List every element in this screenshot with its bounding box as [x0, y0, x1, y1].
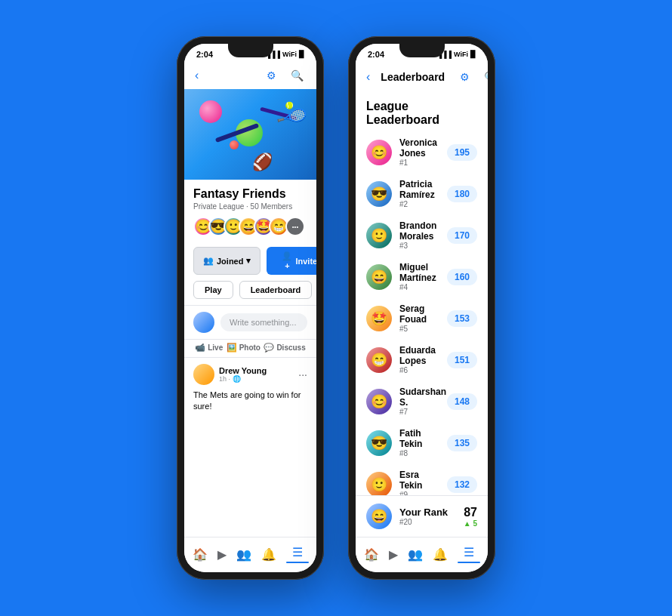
video-icon-2: ▶: [389, 547, 398, 562]
lb-name-4: Miguel Martínez: [399, 262, 439, 283]
invite-icon: 👤+: [282, 251, 292, 270]
lb-item-5: 🤩 Serag Fouad #5 153: [356, 297, 488, 339]
cover-decorations: 🎾 🏈: [184, 89, 316, 180]
lb-avatar-9: 🙂: [366, 472, 392, 496]
nav-menu-2[interactable]: ☰: [453, 544, 485, 565]
phone-2-notch: [399, 44, 445, 57]
video-icon: ▶: [217, 547, 227, 562]
lb-info-9: Esra Tekin #9: [399, 470, 439, 495]
your-rank-info: Your Rank #20: [399, 507, 456, 526]
lb-avatar-7: 😊: [366, 389, 392, 414]
joined-label: Joined: [217, 257, 243, 266]
battery-icon: ▉: [299, 51, 304, 58]
your-rank-score: 87 ▲ 5: [464, 506, 477, 528]
lb-rank-8: #8: [399, 449, 439, 457]
lb-item-7: 😊 Sudarshan S. #7 148: [356, 380, 488, 422]
lb-name-5: Serag Fouad: [399, 303, 439, 325]
post-header: Drew Young 1h · 🌐 ···: [193, 364, 307, 385]
joined-icon: 👥: [203, 256, 214, 266]
avatar-more[interactable]: •••: [285, 217, 305, 236]
joined-button[interactable]: 👥 Joined ▾: [193, 247, 260, 275]
pink-ball: [199, 100, 222, 123]
nav-bar-phone2: ‹ Leaderboard ⚙ 🔍: [356, 62, 488, 92]
photo-icon: 🖼️: [227, 343, 237, 353]
racket-icon: 🎾: [274, 99, 310, 134]
search-icon-2[interactable]: 🔍: [481, 68, 488, 86]
nav-friends-2[interactable]: 👥: [403, 546, 427, 563]
wifi-icon: WiFi: [282, 51, 297, 58]
lb-avatar-3: 🙂: [366, 223, 392, 248]
lb-name-2: Patricia Ramírez: [399, 179, 439, 200]
nav-notifications-2[interactable]: 🔔: [428, 546, 452, 563]
home-icon: 🏠: [193, 547, 208, 562]
back-button[interactable]: ‹: [195, 69, 199, 82]
nav-bar-phone1: ‹ ⚙ 🔍: [184, 62, 316, 89]
lb-item-2: 😎 Patricia Ramírez #2 180: [356, 173, 488, 214]
lb-item-1: 😊 Veronica Jones #1 195: [356, 131, 488, 173]
post-card: Drew Young 1h · 🌐 ··· The Mets are going…: [184, 358, 316, 419]
photo-button[interactable]: 🖼️ Photo: [227, 343, 260, 353]
post-more-button[interactable]: ···: [298, 368, 307, 380]
phone-1-screen: 2:04 ▐▐▐ WiFi ▉ ‹ ⚙ 🔍 🎾: [184, 44, 316, 572]
lb-score-6: 151: [447, 352, 477, 368]
secondary-buttons: Play Leaderboard: [184, 281, 316, 305]
post-content: The Mets are going to win for sure!: [193, 390, 307, 413]
nav-video[interactable]: ▶: [213, 546, 231, 563]
battery-icon-2: ▉: [470, 51, 476, 58]
post-username: Drew Young: [219, 366, 267, 375]
phone-2: 2:04 ▐▐▐ WiFi ▉ ‹ Leaderboard ⚙ 🔍 League…: [348, 36, 495, 580]
photo-label: Photo: [239, 343, 260, 352]
lb-name-9: Esra Tekin: [399, 470, 439, 491]
lb-rank-1: #1: [399, 159, 439, 167]
nav-home[interactable]: 🏠: [188, 546, 212, 563]
post-user-details: Drew Young 1h · 🌐: [219, 366, 267, 383]
lb-info-3: Brandon Morales #3: [399, 220, 439, 250]
cover-image: 🎾 🏈: [184, 89, 316, 180]
lb-info-8: Fatih Tekin #8: [399, 428, 439, 457]
status-time-2: 2:04: [368, 50, 384, 59]
lb-score-8: 135: [447, 435, 477, 451]
lb-avatar-2: 😎: [366, 181, 392, 207]
settings-icon-2[interactable]: ⚙: [455, 68, 473, 86]
nav-friends[interactable]: 👥: [232, 546, 256, 563]
phone-1: 2:04 ▐▐▐ WiFi ▉ ‹ ⚙ 🔍 🎾: [177, 36, 324, 580]
play-button[interactable]: Play: [193, 281, 233, 299]
write-placeholder[interactable]: Write something...: [220, 313, 307, 331]
active-indicator-2: [458, 562, 480, 563]
menu-icon: ☰: [292, 545, 303, 559]
discuss-icon: 💬: [264, 343, 274, 353]
write-post[interactable]: Write something...: [184, 306, 316, 339]
group-meta: Private League · 50 Members: [193, 202, 307, 211]
group-info: Fantasy Friends Private League · 50 Memb…: [184, 180, 316, 241]
nav-home-2[interactable]: 🏠: [359, 546, 384, 563]
leaderboard-button[interactable]: Leaderboard: [239, 281, 313, 299]
invite-button[interactable]: 👤+ Invite: [267, 247, 316, 275]
bell-icon-2: 🔔: [433, 547, 448, 562]
your-rank-position: #20: [399, 518, 456, 526]
lb-item-8: 😎 Fatih Tekin #8 135: [356, 422, 488, 464]
nav-video-2[interactable]: ▶: [384, 546, 402, 563]
lb-score-2: 180: [447, 186, 477, 202]
nav-notifications[interactable]: 🔔: [257, 546, 281, 563]
lb-name-6: Eduarda Lopes: [399, 345, 439, 366]
lb-score-9: 132: [447, 476, 477, 493]
dropdown-icon: ▾: [246, 256, 251, 266]
live-button[interactable]: 📹 Live: [195, 343, 223, 353]
discuss-label: Discuss: [276, 343, 305, 352]
settings-icon[interactable]: ⚙: [262, 66, 280, 85]
leaderboard-content: League Leaderboard 😊 Veronica Jones #1 1…: [356, 92, 488, 495]
lb-item-3: 🙂 Brandon Morales #3 170: [356, 214, 488, 256]
post-meta: 1h · 🌐: [219, 375, 267, 383]
league-leaderboard-title: League Leaderboard: [356, 92, 488, 131]
lb-name-1: Veronica Jones: [399, 137, 439, 159]
status-time: 2:04: [196, 50, 213, 59]
group-name: Fantasy Friends: [193, 187, 307, 201]
nav-menu[interactable]: ☰: [282, 544, 313, 565]
discuss-button[interactable]: 💬 Discuss: [264, 343, 305, 353]
lb-score-1: 195: [447, 144, 477, 161]
lb-info-2: Patricia Ramírez #2: [399, 179, 439, 208]
live-label: Live: [208, 343, 223, 352]
search-icon[interactable]: 🔍: [288, 66, 306, 85]
menu-icon-2: ☰: [464, 545, 474, 559]
your-rank-label: Your Rank: [399, 507, 456, 518]
